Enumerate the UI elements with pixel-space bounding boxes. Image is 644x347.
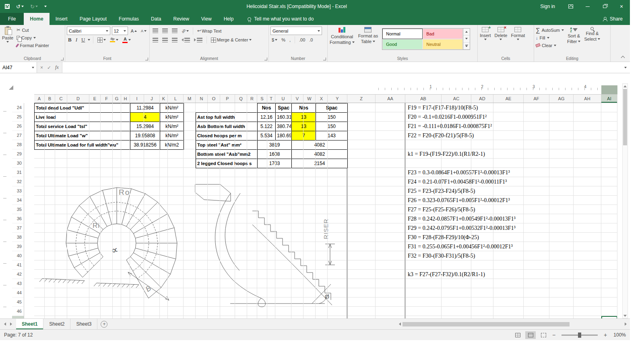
alignment-dialog-launcher[interactable] xyxy=(264,58,267,60)
find-select-button[interactable]: Find & Select xyxy=(583,26,602,42)
align-top-button[interactable] xyxy=(151,27,159,35)
row-header-30[interactable]: 30 xyxy=(12,159,24,168)
column-header-AD[interactable]: AD xyxy=(471,95,493,103)
sheet-tab-sheet1[interactable]: Sheet1 xyxy=(16,319,43,329)
cell-value[interactable]: 150 xyxy=(316,113,348,122)
column-header-AA[interactable]: AA xyxy=(376,95,405,103)
paste-dropdown-icon[interactable] xyxy=(6,41,9,43)
redo-button[interactable]: ↻ xyxy=(30,4,38,10)
column-header-AG[interactable]: AG xyxy=(549,95,574,103)
cell-label[interactable]: Total Ultimate Load for full width"wu" xyxy=(35,140,130,150)
cell-label[interactable]: 2 legged Closed hoops s xyxy=(196,159,258,168)
plan-drawing[interactable]: Ro Ri ∝ B xyxy=(36,183,197,316)
tab-data[interactable]: Data xyxy=(145,13,167,25)
row-header-40[interactable]: 40 xyxy=(12,251,24,260)
align-left-button[interactable] xyxy=(151,36,159,44)
gallery-down-button[interactable] xyxy=(463,35,470,42)
row-header-36[interactable]: 36 xyxy=(12,214,24,223)
cell-unit[interactable]: kN/m² xyxy=(160,103,184,113)
column-header-E[interactable]: E xyxy=(89,95,101,103)
sign-in-button[interactable]: Sign in xyxy=(533,0,562,13)
column-header-M[interactable]: M xyxy=(184,95,196,103)
column-header-W[interactable]: W xyxy=(303,95,316,103)
collapse-ribbon-button[interactable] xyxy=(621,56,625,60)
minimize-button[interactable] xyxy=(579,0,596,13)
style-normal[interactable]: Normal xyxy=(382,29,423,39)
cell-label[interactable]: Total Ultimate Load "w" xyxy=(35,131,130,140)
row-header-29[interactable]: 29 xyxy=(12,149,24,159)
vertical-scrollbar[interactable] xyxy=(622,83,628,318)
row-header-44[interactable]: 44 xyxy=(12,288,24,297)
cell-value[interactable]: 12.16 xyxy=(258,113,276,122)
row-header-43[interactable]: 43 xyxy=(12,279,24,288)
header-cell[interactable]: Nos xyxy=(258,103,276,113)
merge-center-button[interactable]: Merge & Center xyxy=(210,36,253,44)
fill-button[interactable]: ↓Fill xyxy=(535,34,565,41)
format-dropdown-icon[interactable] xyxy=(517,39,519,40)
tab-help[interactable]: Help xyxy=(218,13,240,25)
font-dialog-launcher[interactable] xyxy=(145,58,148,60)
cell-value[interactable]: 5.122 xyxy=(258,122,276,131)
cell-value[interactable]: 13 xyxy=(292,122,316,131)
font-color-dropdown-icon[interactable] xyxy=(128,39,131,41)
enter-button[interactable]: ✓ xyxy=(47,65,51,70)
column-header-I[interactable]: I xyxy=(130,95,144,103)
header-cell[interactable]: Nos xyxy=(292,103,316,113)
column-header-AH[interactable]: AH xyxy=(574,95,601,103)
row-header-31[interactable]: 31 xyxy=(12,168,24,177)
cell-value[interactable]: 160.31 xyxy=(276,113,292,122)
underline-dropdown-icon[interactable] xyxy=(88,39,90,41)
row-header-32[interactable]: 32 xyxy=(12,177,24,186)
restore-button[interactable] xyxy=(596,0,613,13)
cell-value[interactable]: 180.69 xyxy=(276,131,292,140)
cell-value[interactable]: 4082 xyxy=(292,140,348,150)
column-header-Q[interactable]: Q xyxy=(235,95,247,103)
column-header-AB[interactable]: AB xyxy=(405,95,442,103)
customize-qat-button[interactable] xyxy=(44,6,47,7)
clipboard-dialog-launcher[interactable] xyxy=(61,58,64,60)
next-sheet-icon[interactable] xyxy=(10,322,12,326)
cell-label[interactable]: Live load xyxy=(35,113,130,122)
tab-insert[interactable]: Insert xyxy=(50,13,74,25)
delete-dropdown-icon[interactable] xyxy=(500,39,502,40)
cell-value[interactable]: 143 xyxy=(316,131,348,140)
tab-file[interactable]: File xyxy=(0,13,24,25)
insert-cells-button[interactable]: + Insert xyxy=(479,26,492,41)
column-header-S[interactable]: S xyxy=(257,95,267,103)
cell-label[interactable]: Total dead Load "Udl" xyxy=(35,103,130,113)
column-header-L[interactable]: L xyxy=(168,95,184,103)
font-size-select[interactable]: 12 xyxy=(112,27,128,35)
row-header-35[interactable]: 35 xyxy=(12,205,24,214)
name-box-dropdown-icon[interactable] xyxy=(32,67,34,68)
row-header-47[interactable]: 47 xyxy=(12,316,24,318)
cell-value[interactable]: 5.534 xyxy=(258,131,276,140)
tab-page-layout[interactable]: Page Layout xyxy=(74,13,113,25)
cell-label[interactable]: Closed hoops per m xyxy=(196,131,258,140)
cell-label[interactable]: Asb Bottom full width xyxy=(196,122,258,131)
cell-value[interactable]: 4082 xyxy=(292,150,348,159)
page-layout-view-button[interactable] xyxy=(525,331,536,339)
cell-unit[interactable]: kN/m2 xyxy=(160,140,184,150)
column-header-X[interactable]: X xyxy=(316,95,328,103)
cell-label[interactable]: Bottom steel "Asb"mm2 xyxy=(196,150,258,159)
accounting-format-button[interactable]: $ xyxy=(270,36,279,44)
horizontal-scroll-track[interactable] xyxy=(402,322,623,327)
cell-value[interactable]: 380.74 xyxy=(276,122,292,131)
cell-value[interactable]: 19.95808 xyxy=(130,131,160,140)
column-header-AF[interactable]: AF xyxy=(524,95,549,103)
row-header-42[interactable]: 42 xyxy=(12,270,24,279)
sheet-tab-sheet2[interactable]: Sheet2 xyxy=(43,319,70,329)
row-header-39[interactable]: 39 xyxy=(12,242,24,251)
increase-decimal-button[interactable]: .00 xyxy=(298,36,306,44)
cell-value[interactable]: 13 xyxy=(292,113,316,122)
header-cell[interactable]: Spac xyxy=(316,103,348,113)
copy-button[interactable]: Copy xyxy=(16,34,50,41)
cell-value[interactable]: 7 xyxy=(292,131,316,140)
column-header-D[interactable]: D xyxy=(67,95,89,103)
align-center-button[interactable] xyxy=(161,36,169,44)
orientation-button[interactable]: ab xyxy=(180,27,190,35)
cell-value[interactable]: 3819 xyxy=(258,140,292,150)
undo-dropdown-icon[interactable] xyxy=(21,6,24,7)
new-sheet-button[interactable]: + xyxy=(101,321,107,328)
tab-review[interactable]: Review xyxy=(167,13,195,25)
